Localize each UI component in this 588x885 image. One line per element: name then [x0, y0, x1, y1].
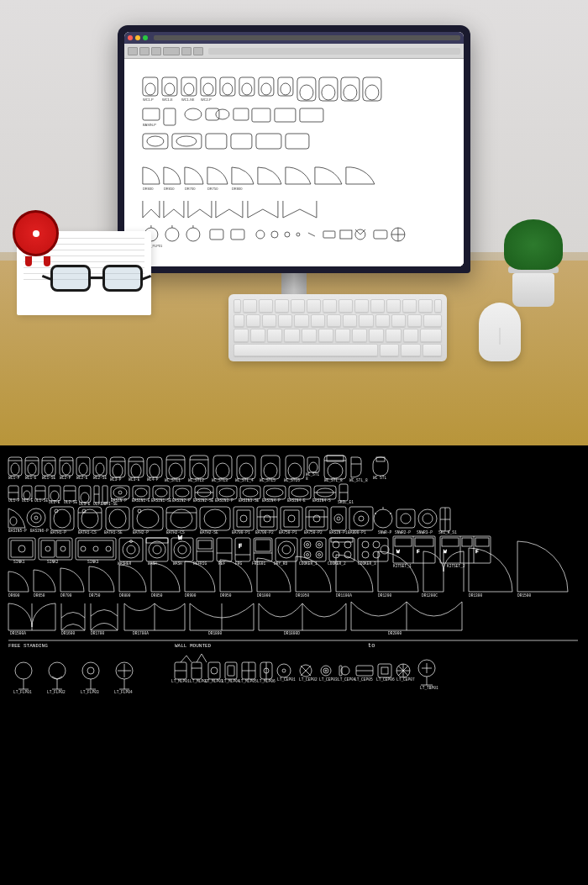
svg-point-3 [165, 83, 175, 95]
svg-text:LT_MLP01: LT_MLP01 [171, 679, 190, 683]
svg-text:BASIN1-E: BASIN1-E [132, 498, 150, 503]
svg-point-464 [49, 662, 66, 679]
svg-rect-33 [234, 108, 249, 120]
svg-text:BA750-P1: BA750-P1 [279, 530, 297, 535]
svg-point-73 [186, 228, 200, 241]
svg-rect-31 [206, 108, 219, 120]
svg-text:DR1000: DR1000 [257, 593, 271, 598]
svg-point-241 [171, 509, 192, 528]
svg-text:W: W [396, 549, 400, 555]
svg-text:WC3-P: WC3-P [110, 477, 122, 482]
svg-point-511 [341, 666, 349, 675]
svg-point-78 [271, 231, 278, 238]
svg-point-137 [239, 463, 253, 478]
svg-text:BATH1-P: BATH1-P [50, 530, 66, 535]
svg-point-262 [313, 515, 320, 522]
svg-text:LT_MLP03: LT_MLP03 [205, 679, 223, 683]
svg-text:DR750: DR750 [89, 593, 101, 598]
svg-point-507 [323, 668, 328, 673]
svg-text:LT_CEP01: LT_CEP01 [277, 677, 296, 682]
svg-point-101 [45, 463, 53, 475]
svg-point-341 [304, 551, 311, 558]
svg-point-300 [81, 546, 86, 551]
svg-point-500 [282, 669, 286, 672]
plant [504, 219, 563, 307]
svg-point-5 [184, 83, 194, 95]
svg-text:WC1-SE: WC1-SE [181, 97, 195, 102]
svg-rect-364 [395, 538, 412, 546]
svg-text:WC1-E: WC1-E [25, 476, 37, 480]
svg-rect-2 [162, 77, 177, 96]
svg-rect-199 [217, 486, 237, 499]
svg-point-306 [127, 545, 135, 554]
svg-point-130 [192, 463, 206, 478]
svg-rect-338 [301, 538, 326, 561]
svg-text:LT_CEP04: LT_CEP04 [338, 677, 356, 682]
svg-point-218 [10, 517, 17, 525]
svg-point-245 [204, 509, 226, 528]
svg-point-301 [93, 546, 98, 551]
svg-rect-20 [341, 77, 360, 101]
svg-text:UL1-P: UL1-P [8, 498, 20, 503]
svg-text:FRG: FRG [235, 561, 242, 566]
svg-text:UL3-E: UL3-E [79, 502, 91, 506]
svg-rect-8 [220, 77, 235, 96]
svg-text:LT_MLP06: LT_MLP06 [257, 679, 276, 683]
svg-text:BASIN2-SE: BASIN2-SE [193, 498, 214, 503]
svg-text:SNWR3-P: SNWR3-P [417, 530, 433, 535]
svg-rect-44 [256, 134, 281, 149]
svg-rect-298 [76, 538, 116, 560]
svg-rect-202 [240, 486, 260, 499]
svg-point-346 [318, 554, 321, 556]
svg-rect-171 [64, 486, 76, 501]
svg-rect-374 [475, 538, 489, 546]
svg-rect-288 [8, 538, 35, 560]
svg-text:BA800-P1: BA800-P1 [348, 530, 366, 535]
svg-text:DR700: DR700 [60, 593, 72, 598]
svg-text:LT_MLP04: LT_MLP04 [222, 679, 240, 683]
svg-text:BASIN5-P: BASIN5-P [8, 529, 27, 533]
svg-text:LT_FLP03: LT_FLP03 [81, 690, 99, 694]
svg-rect-118 [129, 457, 144, 477]
svg-point-229 [81, 509, 98, 528]
svg-rect-319 [197, 538, 213, 561]
svg-text:SINK1: SINK1 [13, 560, 25, 564]
svg-text:SKL_H_S1: SKL_H_S1 [438, 530, 457, 535]
svg-text:WC1-SE: WC1-SE [42, 476, 56, 480]
svg-point-468 [82, 662, 99, 679]
svg-rect-0 [143, 77, 158, 96]
svg-point-356 [362, 541, 369, 548]
svg-line-81 [308, 233, 315, 236]
svg-text:WC1-E: WC1-E [162, 97, 173, 102]
svg-rect-165 [35, 486, 45, 499]
svg-text:BASIN2-P: BASIN2-P [172, 498, 191, 503]
svg-text:DR650: DR650 [164, 187, 175, 191]
svg-point-77 [256, 230, 265, 239]
svg-point-105 [62, 463, 71, 475]
mouse [479, 303, 521, 361]
svg-point-71 [165, 228, 179, 241]
svg-text:BATH2-P: BATH2-P [133, 530, 149, 535]
svg-point-97 [28, 463, 36, 475]
svg-point-238 [138, 509, 141, 513]
svg-text:DR1300: DR1300 [469, 593, 483, 598]
keyboard [228, 294, 447, 361]
svg-text:WC_STL_4: WC_STL_4 [235, 478, 254, 482]
svg-text:LT_CEP02: LT_CEP02 [299, 677, 318, 682]
svg-text:LT_MLP05: LT_MLP05 [239, 679, 257, 683]
svg-text:BASIN4-P: BASIN4-P [262, 498, 281, 503]
svg-point-220 [27, 508, 45, 527]
svg-text:UL1-SE: UL1-SE [34, 498, 49, 503]
svg-text:DR1200C: DR1200C [422, 593, 438, 598]
svg-point-253 [264, 515, 270, 522]
svg-rect-174 [79, 486, 91, 503]
svg-rect-261 [309, 510, 324, 527]
svg-rect-34 [252, 108, 270, 122]
svg-point-271 [359, 516, 364, 521]
svg-text:DR600: DR600 [8, 593, 20, 598]
svg-rect-16 [297, 77, 316, 101]
svg-rect-133 [213, 456, 232, 479]
svg-point-206 [266, 488, 283, 497]
svg-point-203 [243, 488, 258, 497]
svg-point-508 [325, 670, 327, 672]
